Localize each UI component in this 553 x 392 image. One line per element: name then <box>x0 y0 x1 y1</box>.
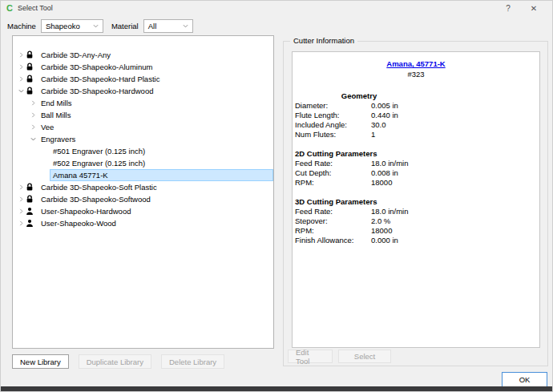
chevron-right-icon[interactable] <box>16 184 26 190</box>
chevron-right-icon[interactable] <box>16 64 26 70</box>
chevron-right-icon[interactable] <box>16 220 26 226</box>
tree-item-label: Carbide 3D-Shapeoko-Hardwood <box>38 85 273 97</box>
tree-item[interactable]: Carbide 3D-Shapeoko-Hardwood <box>13 85 273 97</box>
section-title: 3D Cutting Parameters <box>295 197 539 207</box>
tree-item-label: Carbide 3D-Shapeoko-Aluminum <box>38 61 273 73</box>
tree-item[interactable]: Carbide 3D-Shapeoko-Soft Plastic <box>13 181 273 193</box>
info-value: 1 <box>371 130 375 139</box>
tool-name-link[interactable]: Amana, 45771-K <box>293 59 539 68</box>
info-value: 18.0 in/min <box>371 159 408 168</box>
info-row: Included Angle:30.0 <box>295 120 539 130</box>
chevron-right-icon[interactable] <box>16 208 26 214</box>
select-tool-dialog: C Select Tool ? ✕ Machine Shapeoko Mater… <box>0 0 553 392</box>
tree-item-label: #501 Engraver (0.125 inch) <box>50 145 273 157</box>
info-row: Finish Allowance:0.000 in <box>295 236 539 245</box>
machine-select[interactable]: Shapeoko <box>41 19 103 33</box>
tree-item-label: Carbide 3D-Shapeoko-Softwood <box>38 193 273 205</box>
library-buttons-row: New Library Duplicate Library Delete Lib… <box>12 354 224 369</box>
tool-number: #323 <box>293 70 539 79</box>
info-value: 0.000 in <box>371 236 398 245</box>
cutter-info-panel: Amana, 45771-K #323 GeometryDiameter:0.0… <box>292 51 540 348</box>
window-title: Select Tool <box>18 4 53 12</box>
help-button[interactable]: ? <box>499 4 517 13</box>
groupbox-title: Cutter Information <box>290 36 357 45</box>
tree-item[interactable]: Carbide 3D-Shapeoko-Aluminum <box>13 61 273 73</box>
tree-item[interactable]: Carbide 3D-Shapeoko-Softwood <box>13 193 273 205</box>
info-label: Diameter: <box>295 101 371 111</box>
lock-icon <box>26 195 38 204</box>
tree-item[interactable]: #501 Engraver (0.125 inch) <box>13 145 273 157</box>
info-row: Flute Length:0.440 in <box>295 111 539 120</box>
info-section: 3D Cutting ParametersFeed Rate:18.0 in/m… <box>295 197 539 245</box>
edit-tool-button[interactable]: Edit Tool <box>288 350 333 363</box>
machine-select-value: Shapeoko <box>46 22 80 30</box>
chevron-down-icon <box>183 22 188 30</box>
lock-icon <box>26 183 38 192</box>
lock-icon <box>26 51 38 59</box>
tree-item-label: Ball Mills <box>38 109 273 121</box>
info-value: 18000 <box>371 226 392 236</box>
tree-item[interactable]: Engravers <box>13 133 273 145</box>
lock-icon <box>26 87 38 95</box>
close-button[interactable]: ✕ <box>525 4 543 13</box>
cutter-info-sections: GeometryDiameter:0.005 inFlute Length:0.… <box>293 91 539 245</box>
tool-library-tree[interactable]: Carbide 3D-Any-AnyCarbide 3D-Shapeoko-Al… <box>12 35 274 349</box>
ok-button[interactable]: OK <box>502 372 547 387</box>
new-library-button[interactable]: New Library <box>12 354 69 369</box>
info-label: Feed Rate: <box>295 207 371 216</box>
user-icon <box>26 219 38 228</box>
tree-item[interactable]: End Mills <box>13 97 273 109</box>
info-label: RPM: <box>295 226 371 236</box>
info-value: 18.0 in/min <box>371 207 408 216</box>
chevron-right-icon[interactable] <box>28 112 38 118</box>
cutter-information-groupbox: Cutter Information Amana, 45771-K #323 G… <box>283 41 548 366</box>
info-label: Cut Depth: <box>295 168 371 178</box>
tree-item[interactable]: User-Shapeoko-Hardwood <box>13 205 273 217</box>
tree-item[interactable]: Carbide 3D-Shapeoko-Hard Plastic <box>13 73 273 85</box>
tree-item-label: Carbide 3D-Any-Any <box>38 49 273 61</box>
select-button[interactable]: Select <box>338 350 391 363</box>
material-select[interactable]: All <box>143 19 193 33</box>
info-row: RPM:18000 <box>295 178 539 188</box>
info-label: Stepover: <box>295 216 371 226</box>
title-bar: C Select Tool ? ✕ <box>1 1 552 15</box>
info-row: Diameter:0.005 in <box>295 101 539 111</box>
info-row: Num Flutes:1 <box>295 130 539 139</box>
chevron-down-icon <box>93 22 99 30</box>
tree-item[interactable]: Vee <box>13 121 273 133</box>
tree-item[interactable]: User-Shapeoko-Wood <box>13 217 273 229</box>
filter-toolbar: Machine Shapeoko Material All <box>7 18 193 33</box>
lock-icon <box>26 75 38 83</box>
tree-item-label: #502 Engraver (0.125 inch) <box>50 157 273 169</box>
section-title: 2D Cutting Parameters <box>295 149 539 159</box>
material-select-value: All <box>148 22 157 30</box>
chevron-down-icon[interactable] <box>28 136 38 142</box>
chevron-right-icon[interactable] <box>16 196 26 202</box>
app-logo-icon: C <box>6 4 13 13</box>
info-label: RPM: <box>295 178 371 188</box>
lock-icon <box>26 63 38 71</box>
chevron-right-icon[interactable] <box>16 52 26 58</box>
info-label: Num Flutes: <box>295 130 371 139</box>
info-row: Feed Rate:18.0 in/min <box>295 207 539 216</box>
delete-library-button[interactable]: Delete Library <box>161 354 224 369</box>
tree-item[interactable]: Ball Mills <box>13 109 273 121</box>
chevron-down-icon[interactable] <box>16 88 26 94</box>
window-bottom-edge <box>1 386 552 391</box>
material-label: Material <box>111 22 139 30</box>
info-section: GeometryDiameter:0.005 inFlute Length:0.… <box>295 91 539 139</box>
machine-label: Machine <box>7 22 36 30</box>
tree-item-label: User-Shapeoko-Wood <box>38 217 273 229</box>
tree-item[interactable]: #502 Engraver (0.125 inch) <box>13 157 273 169</box>
chevron-right-icon[interactable] <box>16 76 26 82</box>
info-row: Feed Rate:18.0 in/min <box>295 159 539 168</box>
tree-item[interactable]: Amana 45771-K <box>13 169 273 181</box>
tree-item-label: Vee <box>38 121 273 133</box>
duplicate-library-button[interactable]: Duplicate Library <box>79 354 151 369</box>
info-row: Stepover:2.0 % <box>295 216 539 226</box>
info-row: Cut Depth:0.008 in <box>295 168 539 178</box>
info-row: RPM:18000 <box>295 226 539 236</box>
chevron-right-icon[interactable] <box>28 124 38 130</box>
chevron-right-icon[interactable] <box>28 100 38 106</box>
tree-item[interactable]: Carbide 3D-Any-Any <box>13 49 273 61</box>
